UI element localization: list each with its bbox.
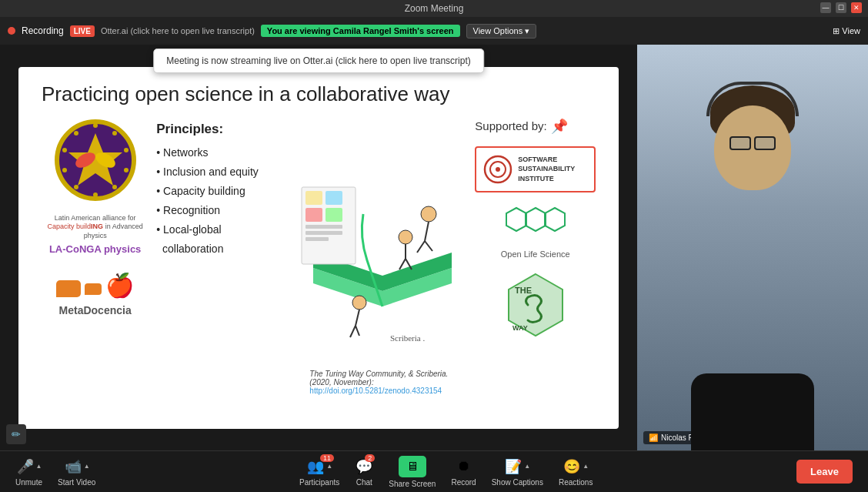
share-screen-label: Share Screen <box>389 480 436 488</box>
start-video-label: Start Video <box>58 478 95 487</box>
glasses <box>729 136 776 150</box>
slide-title: Practicing open science in a collaborati… <box>42 82 596 106</box>
toolbar-center: 👥 11 ▲ Participants 💬 2 Chat 🖥 Share Scr… <box>299 456 593 488</box>
svg-point-10 <box>74 131 78 136</box>
video-feed: 📶 Nicolas Palopoli (he/him/él) - facilit… <box>637 45 868 450</box>
reactions-icon: 😊 <box>563 457 581 476</box>
view-button[interactable]: ⊞ View <box>833 26 860 36</box>
left-column: Latin American alliance forCapacity buil… <box>42 118 149 403</box>
svg-rect-31 <box>326 191 342 205</box>
notification-text: Meeting is now streaming live on Otter.a… <box>166 55 471 66</box>
signal-icon: 📶 <box>649 433 658 442</box>
svg-line-18 <box>417 241 425 253</box>
svg-line-26 <box>399 259 406 269</box>
participants-count: 11 <box>320 454 334 462</box>
toolbar-left: 🎤 ▲ Unmute 📹 ▲ Start Video <box>15 457 95 487</box>
reactions-button[interactable]: 😊 ▲ Reactions <box>559 457 593 487</box>
video-panel: 📶 Nicolas Palopoli (he/him/él) - facilit… <box>637 45 868 450</box>
laconga-logo <box>53 118 138 202</box>
svg-marker-42 <box>526 208 546 231</box>
pin-icon: 📌 <box>551 118 568 135</box>
svg-line-23 <box>356 326 359 336</box>
torso <box>691 373 814 450</box>
ols-logo: Open Life Science <box>475 204 596 259</box>
right-column: Supported by: 📌 SOFTWARESUSTAINABILITYIN… <box>475 118 596 403</box>
svg-rect-33 <box>326 208 342 222</box>
svg-point-20 <box>352 296 366 310</box>
ssi-logo: SOFTWARESUSTAINABILITYINSTITUTE <box>475 146 596 192</box>
participants-button[interactable]: 👥 11 ▲ Participants <box>299 457 339 487</box>
reactions-label: Reactions <box>559 478 593 487</box>
svg-line-22 <box>350 326 356 337</box>
record-icon: ⏺ <box>455 457 473 476</box>
minimize-button[interactable]: — <box>820 2 831 13</box>
screen-share-banner: You are viewing Camila Rangel Smith's sc… <box>261 25 460 37</box>
top-toolbar: Recording LIVE Otter.ai (click here to o… <box>0 17 868 45</box>
illustration-svg: Scriberia . <box>298 168 467 353</box>
svg-point-24 <box>399 230 412 244</box>
edit-icon[interactable]: ✏ <box>6 424 26 444</box>
video-icon: 📹 <box>64 457 82 476</box>
svg-line-19 <box>425 241 432 251</box>
slide-frame: Practicing open science in a collaborati… <box>18 67 619 429</box>
svg-point-2 <box>112 131 117 136</box>
left-lens <box>729 136 751 150</box>
svg-point-8 <box>62 168 67 172</box>
middle-column: Principles: Networks Inclusion and equit… <box>156 118 290 403</box>
live-badge: LIVE <box>70 25 95 37</box>
record-button[interactable]: ⏺ Record <box>451 457 476 487</box>
leave-button[interactable]: Leave <box>796 460 853 484</box>
record-label: Record <box>451 478 476 487</box>
participant-video <box>637 45 868 450</box>
svg-line-21 <box>356 310 359 326</box>
ssi-text: SOFTWARESUSTAINABILITYINSTITUTE <box>518 155 575 184</box>
share-screen-button[interactable]: 🖥 Share Screen <box>389 456 436 488</box>
maximize-button[interactable]: ☐ <box>836 2 846 13</box>
ols-svg <box>497 204 574 246</box>
svg-point-4 <box>124 168 129 172</box>
principles-list: Networks Inclusion and equity Capacity b… <box>156 143 290 259</box>
svg-text:WAY: WAY <box>512 324 528 332</box>
main-content: Meeting is now streaming live on Otter.a… <box>0 45 868 450</box>
slide-container: Meeting is now streaming live on Otter.a… <box>0 45 637 450</box>
list-item: Inclusion and equity <box>156 162 290 182</box>
speech-bubble-large <box>56 280 81 297</box>
list-item: Local-global collaboration <box>156 220 290 259</box>
otter-ai-text[interactable]: Otter.ai (click here to open live transc… <box>101 26 255 35</box>
recording-dot <box>8 27 15 35</box>
illustration-column: Scriberia . The Turing Way Community, & … <box>298 118 467 403</box>
ssi-circle-logo <box>482 154 513 185</box>
apple-icon: 🍎 <box>105 274 134 297</box>
list-item: Networks <box>156 143 290 162</box>
citation-link: http://doi.org/10.5281/zenodo.4323154 <box>309 387 442 395</box>
notification-bar[interactable]: Meeting is now streaming live on Otter.a… <box>153 49 484 73</box>
svg-text:THE: THE <box>515 286 532 295</box>
svg-point-16 <box>421 206 436 222</box>
window-controls[interactable]: — ☐ ✕ <box>820 2 862 13</box>
svg-text:Scriberia .: Scriberia . <box>390 333 425 343</box>
svg-point-9 <box>62 148 67 152</box>
metadocencia-label: MetaDocencia <box>59 304 132 316</box>
right-lens <box>754 136 776 150</box>
chat-button[interactable]: 💬 2 Chat <box>355 457 373 487</box>
citation-text: The Turing Way Community, & Scriberia. (… <box>309 370 448 387</box>
close-button[interactable]: ✕ <box>851 2 862 13</box>
microphone-icon: 🎤 <box>16 457 35 476</box>
principles-heading: Principles: <box>156 122 290 137</box>
start-video-button[interactable]: 📹 ▲ Start Video <box>58 457 95 487</box>
svg-marker-41 <box>506 208 526 231</box>
svg-rect-32 <box>305 208 322 222</box>
turing-logo: THE WAY <box>475 270 596 340</box>
captions-button[interactable]: 📝 ▲ Show Captions <box>492 457 543 487</box>
laconga-name: LA-CoNGA physics <box>42 243 149 255</box>
view-options-button[interactable]: View Options ▾ <box>466 24 537 38</box>
svg-rect-36 <box>305 237 329 241</box>
svg-rect-30 <box>305 191 322 205</box>
speech-bubble-small <box>85 283 102 295</box>
slide-body: Latin American alliance forCapacity buil… <box>42 118 596 403</box>
svg-point-6 <box>93 192 98 197</box>
chat-label: Chat <box>356 478 372 487</box>
participants-label: Participants <box>299 478 339 487</box>
unmute-button[interactable]: 🎤 ▲ Unmute <box>15 457 42 487</box>
turing-svg: THE WAY <box>501 270 570 340</box>
